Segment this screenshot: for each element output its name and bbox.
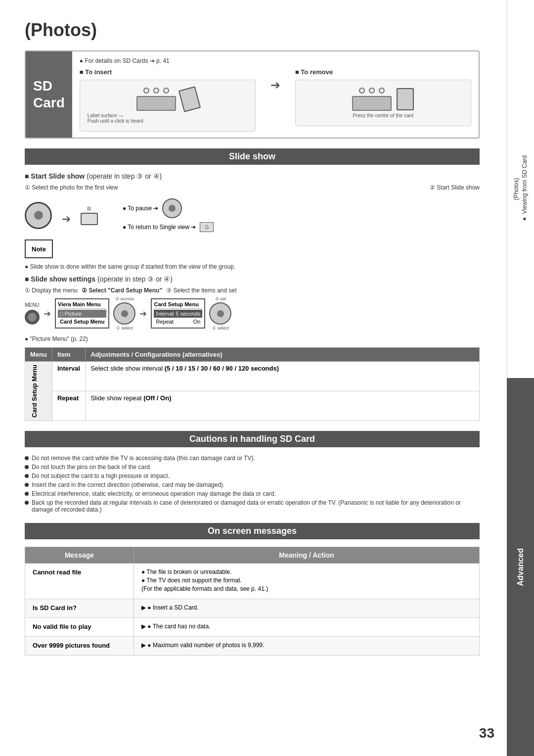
table-row-item: Repeat [52, 391, 85, 421]
page-title: (Photos) [25, 20, 509, 41]
slot6 [379, 88, 385, 94]
table-row-config: Slide show repeat (Off / On) [86, 391, 480, 421]
pause-section: ● To pause ➔ ● To return to Single view … [123, 198, 480, 232]
table-row: Over 9999 pictures found▶ ● Maximum vali… [25, 636, 480, 655]
to-insert-title: ■ To insert [80, 68, 256, 76]
slot3 [163, 88, 169, 94]
caution-item: Do not remove the card while the TV is a… [25, 455, 480, 462]
col-message: Message [25, 547, 134, 563]
table-row-item: Interval [52, 362, 85, 391]
note-section: Note ● Slide show is done within the sam… [25, 239, 480, 270]
col-item: Item [52, 348, 85, 362]
messages-table: Message Meaning / Action Cannot read fil… [25, 547, 480, 656]
insert-slots [143, 88, 169, 94]
sd-card-section: SDCard ● For details on SD Cards ➔ p. 41… [25, 50, 480, 139]
col-config: Adjustments / Configurations (alternativ… [86, 348, 480, 362]
message-cell: No valid file to play [25, 617, 134, 636]
sd-card-content: ● For details on SD Cards ➔ p. 41 ■ To i… [72, 51, 479, 138]
slide-show-header: Slide show [25, 148, 480, 165]
nav-circle-step1 [25, 202, 52, 229]
cautions-header: Cautions in handling SD Card [25, 431, 480, 447]
step1-label: ① Select the photo for the first view [25, 184, 410, 191]
insert-diagram: Label surface — Push until a click is he… [80, 80, 256, 132]
card-setup-menu: Card Setup Menu Interval 5 seconds Repea… [151, 298, 205, 329]
nav-circle-settings: ② access ① select [113, 296, 135, 331]
table-row-config: Select slide show interval (5 / 10 / 15 … [86, 362, 480, 391]
slot4 [359, 88, 365, 94]
settings-s3: ③ Select the items and set [166, 287, 236, 294]
press-text: Press the centre of the card [303, 113, 463, 118]
slot2 [153, 88, 159, 94]
step2-label: ② Start Slide show [430, 184, 480, 191]
sidebar-top: ● Viewing from SD Card(Photos) [507, 0, 534, 378]
menu-arrow: ➔ [44, 308, 51, 319]
table-row: Is SD Card in?▶ ● Insert a SD Card. [25, 599, 480, 617]
picture-menu-note: ● "Picture Menu" (p. 22) [25, 335, 480, 342]
slide-show-steps: ① Select the photo for the first view ② … [25, 184, 480, 191]
menu-button-group: MENU [25, 302, 40, 325]
slide-show-section: ■ Start Slide show (operate in step ③ or… [25, 172, 480, 421]
messages-section: Message Meaning / Action Cannot read fil… [25, 547, 480, 656]
action-cell: ▶ ● Insert a SD Card. [134, 599, 480, 617]
step-arrow1: ➔ [62, 205, 71, 226]
sidebar-top-text: ● Viewing from SD Card(Photos) [512, 155, 529, 223]
viera-menu: Viera Main Menu □ Picture Card Setup Men… [55, 298, 109, 329]
sd-remove-column: ■ To remove [295, 68, 471, 126]
caution-item: Do not subject the card to a high pressu… [25, 472, 480, 479]
settings-diagram: MENU ➔ Viera Main Menu □ Picture Card Se… [25, 296, 480, 331]
table-row: Cannot read file● The file is broken or … [25, 563, 480, 599]
nav-arrow2: ➔ [139, 308, 147, 319]
col-action: Meaning / Action [134, 547, 480, 563]
note-box: Note [25, 239, 53, 258]
caution-item: Do not touch the pins on the back of the… [25, 464, 480, 471]
action-cell: ▶ ● Maximum valid number of photos is 9,… [134, 636, 480, 655]
settings-s1: ① Display the menu [25, 287, 78, 294]
slide-show-diagrams: ➔ R ● To pause ➔ ● To return to Single v… [25, 198, 480, 232]
remove-slots [359, 88, 385, 94]
cautions-section: Do not remove the card while the TV is a… [25, 455, 480, 513]
start-slide-title: ■ Start Slide show (operate in step ③ or… [25, 172, 480, 180]
action-cell: ▶ ● The card has no data. [134, 617, 480, 636]
sidebar-bottom: Advanced [507, 378, 534, 756]
sd-insert-column: ■ To insert [80, 68, 256, 132]
action-cell: ● The file is broken or unreadable.● The… [134, 563, 480, 599]
message-cell: Cannot read file [25, 563, 134, 599]
slot5 [369, 88, 375, 94]
page-number: 33 [479, 725, 494, 741]
settings-steps-row: ① Display the menu ② Select "Card Setup … [25, 287, 480, 294]
message-cell: Over 9999 pictures found [25, 636, 134, 655]
slot1 [143, 88, 149, 94]
r-button: R [81, 206, 98, 225]
note-text: ● Slide show is done within the same gro… [25, 263, 480, 270]
sd-card-note: ● For details on SD Cards ➔ p. 41 [80, 57, 471, 64]
settings-title: ■ Slide show settings (operate in step ③… [25, 275, 480, 283]
sd-card-label: SDCard [26, 51, 72, 138]
remove-diagram: Press the centre of the card [295, 80, 471, 126]
sidebar-bottom-text: Advanced [516, 548, 525, 586]
nav-circle-set: ② set ① select [209, 296, 231, 331]
messages-header: On screen messages [25, 523, 480, 539]
menu-cell-rotated: Card Setup Menu [25, 362, 52, 421]
to-remove-title: ■ To remove [295, 68, 471, 76]
col-menu: Menu [25, 348, 52, 362]
sd-insert-remove: ■ To insert [80, 68, 471, 132]
table-row: No valid file to play▶ ● The card has no… [25, 617, 480, 636]
label-surface: Label surface — Push until a click is he… [88, 113, 248, 124]
caution-item: Back up the recorded data at regular int… [25, 499, 480, 513]
message-cell: Is SD Card in? [25, 599, 134, 617]
right-sidebar: ● Viewing from SD Card(Photos) Advanced [507, 0, 534, 756]
insert-remove-arrow: ➔ [270, 68, 280, 92]
caution-item: Electrical interference, static electric… [25, 490, 480, 497]
config-table: Menu Item Adjustments / Configurations (… [25, 347, 480, 421]
settings-s2: ② Select "Card Setup Menu" [82, 287, 162, 294]
caution-item: Insert the card in the correct direction… [25, 481, 480, 488]
